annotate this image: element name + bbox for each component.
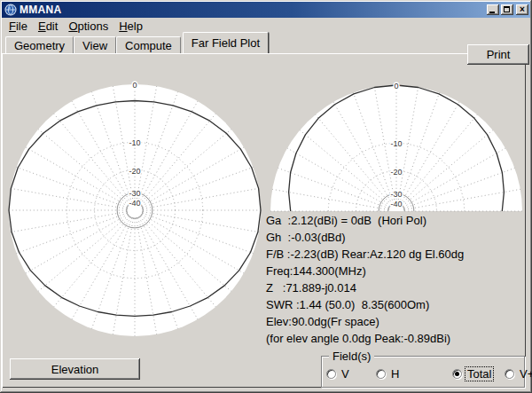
- tab-view[interactable]: View: [74, 36, 116, 53]
- minimize-icon: [489, 12, 495, 13]
- mmana-window: MMANA × File Edit Options Help Geometry …: [0, 0, 532, 393]
- svg-text:-40: -40: [129, 199, 140, 208]
- info-swr: SWR :1.44 (50.0) 8.35(600Om): [266, 296, 525, 313]
- svg-text:-30: -30: [129, 189, 140, 198]
- menu-help[interactable]: Help: [114, 19, 147, 34]
- tab-strip: Geometry View Compute Far Field Plot: [2, 34, 526, 53]
- elevation-polar-plot: 0-10-20-30-40: [269, 82, 526, 215]
- info-freq: Freq:144.300(MHz): [266, 263, 525, 279]
- svg-text:-40: -40: [390, 200, 402, 208]
- window-title: MMANA: [20, 4, 485, 16]
- minimize-button[interactable]: [487, 4, 499, 15]
- print-button[interactable]: Print: [467, 44, 529, 65]
- info-gh: Gh :-0.03(dBd): [266, 229, 525, 246]
- info-z: Z :71.889-j0.014: [266, 279, 525, 296]
- title-bar[interactable]: MMANA ×: [2, 2, 530, 18]
- radio-v[interactable]: V: [326, 367, 351, 381]
- menu-file[interactable]: File: [4, 19, 32, 34]
- info-fb: F/B :-2.23(dB) Rear:Az.120 dg El.60dg: [266, 246, 525, 263]
- azimuth-polar-plot: 0-10-20-30-40: [5, 79, 264, 345]
- tab-far-field-plot[interactable]: Far Field Plot: [183, 32, 269, 53]
- radio-v-circle[interactable]: [326, 369, 336, 379]
- elevation-button[interactable]: Elevation: [10, 358, 140, 380]
- tab-compute[interactable]: Compute: [116, 36, 181, 53]
- maximize-button[interactable]: [501, 4, 513, 15]
- tab-geometry[interactable]: Geometry: [5, 36, 74, 53]
- svg-text:-10: -10: [390, 139, 402, 148]
- info-ga: Ga :2.12(dBi) = 0dB (Hori Pol): [266, 212, 525, 229]
- fields-legend: Field(s): [329, 350, 374, 363]
- maximize-icon: [504, 6, 510, 12]
- app-globe-icon: [4, 4, 17, 16]
- svg-text:0: 0: [394, 82, 398, 90]
- info-elev: Elev:90.0dg(Fr space): [266, 313, 525, 330]
- radio-total[interactable]: Total: [452, 367, 493, 381]
- result-info-block: Ga :2.12(dBi) = 0dB (Hori Pol) Gh :-0.03…: [266, 212, 525, 347]
- radio-h-circle[interactable]: [376, 369, 386, 379]
- radio-total-circle[interactable]: [452, 369, 462, 379]
- svg-text:-10: -10: [129, 138, 140, 147]
- close-button[interactable]: ×: [516, 4, 528, 15]
- fields-groupbox: Field(s) V H Total V+H: [321, 356, 525, 388]
- radio-h[interactable]: H: [376, 367, 401, 381]
- radio-vh-circle[interactable]: [505, 369, 514, 379]
- menu-options[interactable]: Options: [64, 19, 113, 34]
- radio-v-plus-h[interactable]: V+H: [505, 367, 532, 381]
- svg-text:-20: -20: [129, 167, 140, 176]
- close-icon: ×: [516, 4, 528, 15]
- svg-text:-20: -20: [390, 168, 402, 177]
- svg-text:0: 0: [132, 81, 137, 90]
- menu-edit[interactable]: Edit: [34, 19, 62, 34]
- info-peak: (for elev angle 0.0dg Peak:-0.89dBi): [266, 330, 525, 347]
- svg-text:-30: -30: [390, 190, 402, 199]
- far-field-plot-page: Print 0-10-20-30-40 0-10-20-30-40 Ga :2.…: [2, 53, 526, 388]
